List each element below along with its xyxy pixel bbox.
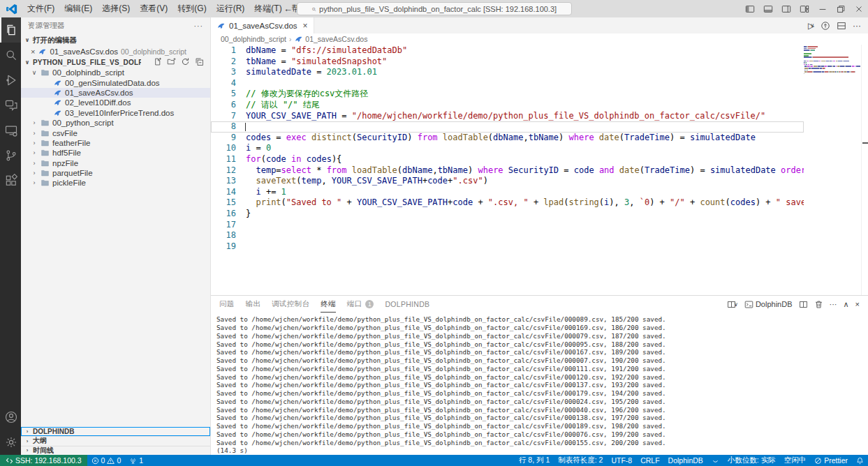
more-actions-icon[interactable]: ··· [853,21,861,31]
tree-item-csvFile[interactable]: ›csvFile [21,128,210,137]
tree-item-pickleFile[interactable]: ›pickleFile [21,178,210,188]
code-line-12[interactable]: 12 temp=select * from loadTable(dbName,t… [211,165,804,176]
status-item-CRLF[interactable]: CRLF [636,455,663,466]
tree-item-featherFile[interactable]: ›featherFile [21,138,210,148]
status-item-小数位数: 实际[interactable]: 小数位数: 实际 [723,455,780,466]
back-arrow-icon[interactable]: ← [284,3,293,14]
extensions-icon[interactable] [0,168,21,193]
code-area[interactable]: 1dbName = "dfs://simulatedDataDb"2tbName… [211,45,804,295]
close-panel-icon[interactable]: × [855,300,860,308]
search-icon[interactable] [0,43,21,68]
code-line-19[interactable]: 19 [211,241,804,253]
code-line-18[interactable]: 18 [211,230,804,241]
code-line-6[interactable]: 6// 请以 "/" 结尾 [211,100,804,111]
code-editor[interactable]: 1dbName = "dfs://simulatedDataDb"2tbName… [211,45,868,295]
status-item-error-0-warning-0[interactable]: 00 [87,455,126,466]
account-icon[interactable] [0,405,21,430]
new-file-icon[interactable] [153,57,163,67]
status-item-circle-slash-Prettier[interactable]: Prettier [810,455,852,466]
layout-panel-icon[interactable] [759,0,777,17]
status-item-smiley[interactable] [707,455,723,466]
panel-tab-终端[interactable]: 终端 [321,296,336,313]
menu-item[interactable]: 终端(T) [249,0,286,17]
close-tab-icon[interactable]: × [303,21,308,31]
code-line-11[interactable]: 11for(code in codes){ [211,154,804,165]
tree-item-02_level10Diff.dos[interactable]: 02_level10Diff.dos [21,98,210,107]
code-line-4[interactable]: 4 [211,78,804,89]
code-line-9[interactable]: 9codes = exec distinct(SecurityID) from … [211,133,804,144]
close-icon[interactable] [850,0,868,17]
upload-icon[interactable] [821,21,830,31]
code-line-13[interactable]: 13 saveText(temp, YOUR_CSV_SAVE_PATH+cod… [211,176,804,187]
panel-tab-调试控制台[interactable]: 调试控制台 [272,296,309,313]
tree-item-00_genSimulatedData.dos[interactable]: 00_genSimulatedData.dos [21,77,210,87]
section-outline[interactable]: › 大纲 [21,436,210,446]
panel-tab-输出[interactable]: 输出 [246,296,261,313]
command-center-search[interactable]: ⌕ python_plus_file_VS_dolphindb_on_facto… [297,2,572,15]
open-editor-item[interactable]: × 01_saveAsCsv.dos 00_dolphindb_script [21,46,210,57]
status-item-bell[interactable] [852,455,868,466]
minimize-icon[interactable] [814,0,832,17]
status-item-行 8, 列 1[interactable]: 行 8, 列 1 [515,455,554,466]
tree-item-03_level10InferPriceTrend.dos[interactable]: 03_level10InferPriceTrend.dos [21,108,210,118]
menu-item[interactable]: 选择(S) [97,0,135,17]
split-terminal-icon[interactable] [799,300,808,309]
panel-tab-DOLPHINDB[interactable]: DOLPHINDB [385,296,429,313]
split-editor-icon[interactable] [837,21,846,31]
status-item-radio-tower-1[interactable]: 1 [125,455,147,466]
section-dolphindb[interactable]: › DOLPHINDB [21,427,210,437]
remote-explorer-icon[interactable] [0,118,21,143]
code-line-3[interactable]: 3simulatedDate = 2023.01.01 [211,67,804,78]
tree-item-npzFile[interactable]: ›npzFile [21,158,210,168]
code-line-16[interactable]: 16} [211,209,804,220]
explorer-icon[interactable] [0,17,21,43]
tree-item-parquetFile[interactable]: ›parquetFile [21,168,210,178]
minimap[interactable] [804,45,861,295]
open-editors-header[interactable]: ∨ 打开的编辑器 [21,34,210,46]
layout-sidebar-left-icon[interactable] [741,0,759,17]
panel-tab-端口[interactable]: 端口1 [347,296,374,313]
code-line-14[interactable]: 14 i += 1 [211,187,804,198]
layout-custom-icon[interactable] [795,0,814,17]
code-line-2[interactable]: 2tbName = "simulatedSnapshot" [211,57,804,68]
restore-icon[interactable] [832,0,850,17]
close-editor-icon[interactable]: × [31,47,35,56]
workspace-header[interactable]: ∨ PYTHON_PLUS_FILE_VS_DOLPHINDB_ON_FACTO… [21,57,210,68]
status-item-制表符长度: 2[interactable]: 制表符长度: 2 [554,455,607,466]
maximize-panel-icon[interactable]: ∧ [844,300,849,309]
refresh-icon[interactable] [181,57,191,67]
code-line-5[interactable]: 5// 修改为要保存的csv文件路径 [211,89,804,100]
run-debug-icon[interactable] [0,68,21,93]
more-actions-icon[interactable]: ··· [830,300,837,308]
section-timeline[interactable]: › 时间线 [21,446,210,456]
code-line-10[interactable]: 10i = 0 [211,143,804,154]
tree-item-01_saveAsCsv.dos[interactable]: 01_saveAsCsv.dos [21,88,210,98]
status-item-remote-SSH: 192.168.100.3[interactable]: SSH: 192.168.100.3 [0,455,87,466]
new-terminal-button[interactable]: ∨ [727,300,738,309]
run-file-button[interactable]: ▷∨ [808,21,814,31]
tree-item-00_dolphindb_script[interactable]: ∨00_dolphindb_script [21,68,210,77]
menu-item[interactable]: 查看(V) [135,0,172,17]
kill-terminal-icon[interactable] [814,300,823,309]
tree-item-hdf5File[interactable]: ›hdf5File [21,148,210,158]
menu-item[interactable]: 文件(F) [22,0,59,17]
status-item-UTF-8[interactable]: UTF-8 [607,455,636,466]
overview-ruler[interactable] [861,45,868,295]
terminal-instance[interactable]: DolphinDB [744,300,793,309]
code-line-1[interactable]: 1dbName = "dfs://simulatedDataDb" [211,45,804,57]
status-item-空闲中[interactable]: 空闲中 [780,455,811,466]
code-line-17[interactable]: 17 [211,220,804,231]
new-folder-icon[interactable] [167,57,177,67]
code-line-7[interactable]: 7YOUR_CSV_SAVE_PATH = "/home/wjchen/work… [211,111,804,122]
chat-icon[interactable] [0,93,21,118]
settings-icon[interactable] [0,430,21,455]
more-actions-icon[interactable]: ··· [194,22,204,30]
menu-item[interactable]: 运行(R) [212,0,250,17]
breadcrumb-file[interactable]: 01_saveAsCsv.dos [294,35,367,43]
collapse-all-icon[interactable] [195,57,205,67]
menu-item[interactable]: 编辑(E) [59,0,97,17]
breadcrumb-folder[interactable]: 00_dolphindb_script [221,35,286,43]
layout-sidebar-right-icon[interactable] [777,0,795,17]
terminal-output[interactable]: Saved to /home/wjchen/workfile/demo/pyth… [211,313,868,455]
menu-item[interactable]: 转到(G) [172,0,211,17]
